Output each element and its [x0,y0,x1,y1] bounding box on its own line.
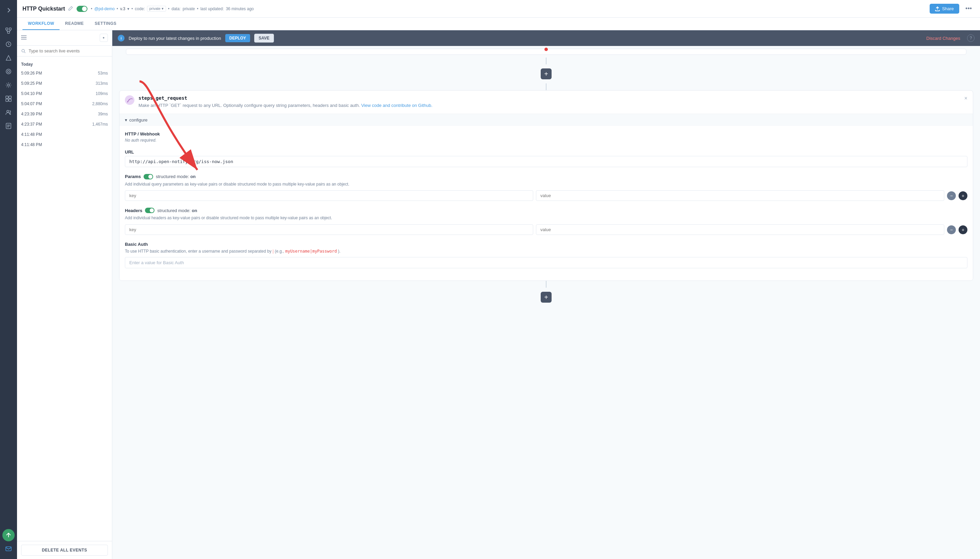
search-container [17,46,112,56]
basic-auth-label: Basic Auth [125,242,967,247]
svg-point-14 [22,50,25,52]
params-toggle[interactable] [144,174,153,179]
code-visibility-badge[interactable]: private ▾ [147,6,166,12]
headers-add-button[interactable]: + [959,225,967,234]
list-item[interactable]: 4:11:48 PM [17,129,112,140]
svg-rect-0 [6,28,8,30]
sidebar-item-deploy[interactable] [2,38,15,50]
headers-key-input[interactable] [125,224,533,235]
sidebar-item-settings[interactable] [2,79,15,91]
discard-changes-button[interactable]: Discard Changes [926,36,960,41]
connector-area: + [112,58,980,90]
events-section-label: Today [17,59,112,68]
events-panel: Today 5:09:26 PM 53ms 5:09:25 PM 313ms 5… [17,30,112,559]
connector-line-2 [546,83,546,90]
workflow-area: i Deploy to run your latest changes in p… [112,30,980,559]
step-card: steps.get_request Make an HTTP `GET` req… [119,90,973,281]
step-icon [125,95,134,105]
tab-readme[interactable]: README [59,18,89,30]
url-group: URL [125,149,967,167]
svg-rect-9 [6,99,8,101]
sidebar-item-data[interactable] [2,65,15,78]
user-label: @pd-demo [94,7,115,11]
last-updated-label: 36 minutes ago [226,7,254,11]
svg-point-11 [7,110,9,112]
headers-value-input[interactable] [536,224,944,235]
params-label: Params [125,174,141,179]
add-step-bottom-button[interactable]: + [541,292,552,303]
share-button[interactable]: Share [930,4,959,13]
svg-rect-10 [9,99,11,101]
configure-body: HTTP / Webhook No auth required. URL Par… [119,126,973,281]
events-panel-header [17,30,112,46]
svg-point-5 [8,71,10,73]
deploy-button[interactable]: DEPLOY [225,34,250,42]
headers-description: Add individual headers as key-value pair… [125,215,967,221]
headers-mode-row: Headers structured mode: on [125,208,967,213]
sidebar-item-trigger[interactable] [2,52,15,64]
headers-remove-button[interactable]: − [947,225,956,234]
events-panel-footer: DELETE ALL EVENTS [17,541,112,559]
basic-auth-example: myUsername|myPassword [285,249,337,254]
save-button[interactable]: SAVE [254,34,274,43]
connector-line-3 [546,281,546,288]
params-value-input[interactable] [536,190,944,201]
more-options-button[interactable]: ••• [963,4,975,13]
basic-auth-input[interactable] [125,257,967,268]
close-step-icon[interactable]: × [964,95,967,101]
sidebar-expand-btn[interactable] [2,4,15,17]
sidebar-item-apps[interactable] [2,93,15,105]
list-item[interactable]: 5:04:07 PM 2,880ms [17,99,112,109]
add-step-button[interactable]: + [541,68,552,79]
sidebar-item-upgrade[interactable] [2,529,15,541]
svg-rect-1 [9,28,11,30]
search-input[interactable] [28,48,108,53]
step-title: steps.get_request [139,95,960,101]
info-icon: i [118,35,125,41]
url-input[interactable] [125,156,967,167]
svg-point-4 [6,69,11,74]
tab-settings[interactable]: SETTINGS [89,18,122,30]
step-info: steps.get_request Make an HTTP `GET` req… [139,95,960,109]
headers-toggle[interactable] [145,208,155,213]
params-group: Params structured mode: on Add individua… [125,174,967,201]
params-description: Add individual query parameters as key-v… [125,182,967,187]
headers-kv-row: − + [125,224,967,235]
sidebar-item-docs[interactable] [2,120,15,132]
params-key-input[interactable] [125,190,533,201]
list-item[interactable]: 5:09:26 PM 53ms [17,68,112,78]
trigger-bar[interactable] [126,49,967,55]
headers-label: Headers [125,208,142,213]
trigger-dot [544,48,548,51]
collapse-panel-button[interactable] [100,34,108,42]
configure-header[interactable]: ▾ configure [119,114,973,126]
sidebar-item-workflow[interactable] [2,25,15,37]
params-add-button[interactable]: + [959,191,967,200]
edit-title-icon[interactable] [68,6,73,12]
url-label: URL [125,149,967,155]
sidebar-item-users[interactable] [2,106,15,119]
svg-point-6 [8,84,10,86]
step-description: Make an HTTP `GET` request to any URL. O… [139,102,960,109]
headers-mode-text: structured mode: on [157,208,197,213]
tab-workflow[interactable]: WORKFLOW [23,18,59,30]
page-title: HTTP Quickstart [23,6,65,12]
params-mode-text: structured mode: on [156,174,196,179]
github-link[interactable]: View code and contribute on Github. [361,103,432,108]
list-item[interactable]: 5:09:25 PM 313ms [17,78,112,89]
app-header: HTTP Quickstart • @pd-demo • v.3 ▾ • cod… [17,0,980,18]
list-item[interactable]: 5:04:10 PM 109ms [17,89,112,99]
sidebar-item-email[interactable] [2,542,15,555]
delete-all-events-button[interactable]: DELETE ALL EVENTS [21,545,108,556]
params-kv-row: − + [125,190,967,201]
list-item[interactable]: 4:23:39 PM 39ms [17,109,112,119]
workflow-toggle[interactable] [77,6,87,12]
svg-rect-13 [6,547,11,551]
step-header: steps.get_request Make an HTTP `GET` req… [119,91,973,114]
basic-auth-group: Basic Auth To use HTTP basic authenticat… [125,242,967,268]
data-visibility-label: private [183,7,195,11]
list-item[interactable]: 4:11:48 PM [17,140,112,150]
help-icon[interactable]: ? [967,35,975,42]
params-remove-button[interactable]: − [947,191,956,200]
list-item[interactable]: 4:23:37 PM 1,467ms [17,119,112,129]
